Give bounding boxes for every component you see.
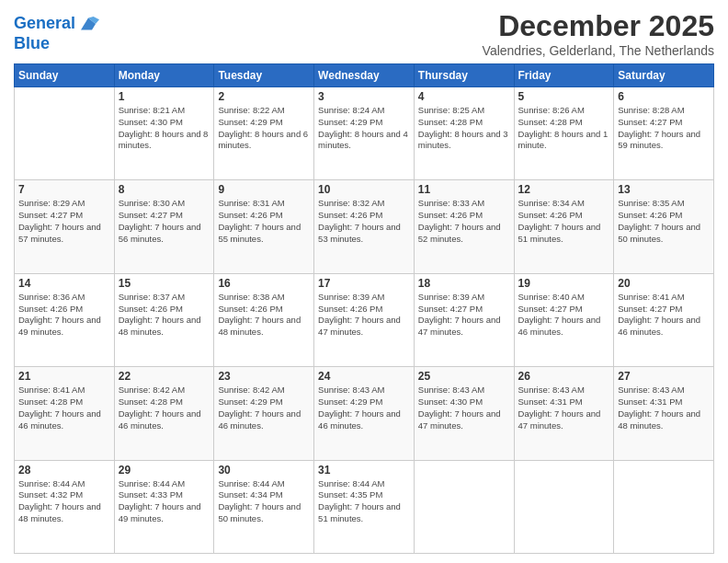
cell-info: Sunrise: 8:35 AMSunset: 4:26 PMDaylight:…: [618, 198, 710, 245]
logo-icon: [77, 13, 99, 35]
cell-info: Sunrise: 8:44 AMSunset: 4:35 PMDaylight:…: [318, 478, 410, 525]
table-row: [514, 460, 614, 553]
day-number: 8: [119, 183, 210, 196]
day-number: 28: [18, 464, 110, 477]
table-row: 22Sunrise: 8:42 AMSunset: 4:28 PMDayligh…: [114, 367, 214, 460]
calendar-table: Sunday Monday Tuesday Wednesday Thursday…: [14, 63, 714, 554]
day-number: 27: [618, 370, 710, 383]
subtitle: Valendries, Gelderland, The Netherlands: [483, 43, 714, 58]
day-number: 15: [119, 277, 210, 290]
table-row: [614, 460, 714, 553]
col-friday: Friday: [514, 64, 614, 87]
col-monday: Monday: [114, 64, 214, 87]
cell-info: Sunrise: 8:22 AMSunset: 4:29 PMDaylight:…: [218, 105, 310, 152]
page: General Blue December 2025 Valendries, G…: [0, 0, 728, 563]
table-row: 18Sunrise: 8:39 AMSunset: 4:27 PMDayligh…: [414, 273, 514, 366]
cell-info: Sunrise: 8:26 AMSunset: 4:28 PMDaylight:…: [518, 105, 610, 152]
calendar-week-row: 7Sunrise: 8:29 AMSunset: 4:27 PMDaylight…: [15, 180, 714, 273]
day-number: 20: [618, 277, 710, 290]
table-row: 23Sunrise: 8:42 AMSunset: 4:29 PMDayligh…: [214, 367, 314, 460]
cell-info: Sunrise: 8:43 AMSunset: 4:31 PMDaylight:…: [518, 385, 610, 431]
cell-info: Sunrise: 8:24 AMSunset: 4:29 PMDaylight:…: [318, 105, 410, 152]
col-tuesday: Tuesday: [214, 64, 314, 87]
table-row: 31Sunrise: 8:44 AMSunset: 4:35 PMDayligh…: [314, 460, 415, 553]
cell-info: Sunrise: 8:44 AMSunset: 4:34 PMDaylight:…: [218, 478, 310, 525]
cell-info: Sunrise: 8:39 AMSunset: 4:27 PMDaylight:…: [418, 292, 510, 339]
cell-info: Sunrise: 8:25 AMSunset: 4:28 PMDaylight:…: [418, 105, 510, 152]
day-number: 7: [18, 183, 110, 196]
table-row: 14Sunrise: 8:36 AMSunset: 4:26 PMDayligh…: [15, 273, 115, 366]
calendar-week-row: 28Sunrise: 8:44 AMSunset: 4:32 PMDayligh…: [15, 460, 714, 553]
day-number: 29: [119, 464, 210, 477]
day-number: 22: [119, 370, 210, 383]
table-row: 25Sunrise: 8:43 AMSunset: 4:30 PMDayligh…: [414, 367, 514, 460]
day-number: 30: [218, 464, 310, 477]
table-row: 5Sunrise: 8:26 AMSunset: 4:28 PMDaylight…: [514, 87, 614, 180]
table-row: 3Sunrise: 8:24 AMSunset: 4:29 PMDaylight…: [314, 87, 415, 180]
cell-info: Sunrise: 8:44 AMSunset: 4:32 PMDaylight:…: [18, 478, 110, 525]
day-number: 14: [18, 277, 110, 290]
day-number: 24: [318, 370, 410, 383]
day-number: 9: [218, 183, 310, 196]
cell-info: Sunrise: 8:34 AMSunset: 4:26 PMDaylight:…: [518, 198, 610, 245]
cell-info: Sunrise: 8:44 AMSunset: 4:33 PMDaylight:…: [119, 478, 210, 525]
day-number: 23: [218, 370, 310, 383]
calendar-week-row: 14Sunrise: 8:36 AMSunset: 4:26 PMDayligh…: [15, 273, 714, 366]
cell-info: Sunrise: 8:29 AMSunset: 4:27 PMDaylight:…: [18, 198, 110, 245]
cell-info: Sunrise: 8:38 AMSunset: 4:26 PMDaylight:…: [218, 292, 310, 339]
table-row: 17Sunrise: 8:39 AMSunset: 4:26 PMDayligh…: [314, 273, 415, 366]
cell-info: Sunrise: 8:41 AMSunset: 4:28 PMDaylight:…: [18, 385, 110, 431]
day-number: 31: [318, 464, 410, 477]
cell-info: Sunrise: 8:32 AMSunset: 4:26 PMDaylight:…: [318, 198, 410, 245]
day-number: 2: [218, 90, 310, 103]
table-row: 6Sunrise: 8:28 AMSunset: 4:27 PMDaylight…: [614, 87, 714, 180]
day-number: 25: [418, 370, 510, 383]
table-row: 7Sunrise: 8:29 AMSunset: 4:27 PMDaylight…: [15, 180, 115, 273]
day-number: 17: [318, 277, 410, 290]
cell-info: Sunrise: 8:42 AMSunset: 4:29 PMDaylight:…: [218, 385, 310, 431]
table-row: 8Sunrise: 8:30 AMSunset: 4:27 PMDaylight…: [114, 180, 214, 273]
table-row: 16Sunrise: 8:38 AMSunset: 4:26 PMDayligh…: [214, 273, 314, 366]
day-number: 21: [18, 370, 110, 383]
table-row: 29Sunrise: 8:44 AMSunset: 4:33 PMDayligh…: [114, 460, 214, 553]
day-number: 1: [119, 90, 210, 103]
month-title: December 2025: [483, 9, 714, 43]
table-row: 10Sunrise: 8:32 AMSunset: 4:26 PMDayligh…: [314, 180, 415, 273]
col-sunday: Sunday: [15, 64, 115, 87]
day-number: 19: [518, 277, 610, 290]
day-number: 3: [318, 90, 410, 103]
table-row: 2Sunrise: 8:22 AMSunset: 4:29 PMDaylight…: [214, 87, 314, 180]
table-row: 24Sunrise: 8:43 AMSunset: 4:29 PMDayligh…: [314, 367, 415, 460]
table-row: 15Sunrise: 8:37 AMSunset: 4:26 PMDayligh…: [114, 273, 214, 366]
day-number: 26: [518, 370, 610, 383]
logo-text: General: [14, 15, 75, 33]
cell-info: Sunrise: 8:43 AMSunset: 4:29 PMDaylight:…: [318, 385, 410, 431]
day-number: 18: [418, 277, 510, 290]
cell-info: Sunrise: 8:37 AMSunset: 4:26 PMDaylight:…: [119, 292, 210, 339]
table-row: 30Sunrise: 8:44 AMSunset: 4:34 PMDayligh…: [214, 460, 314, 553]
table-row: [15, 87, 115, 180]
day-number: 6: [618, 90, 710, 103]
cell-info: Sunrise: 8:36 AMSunset: 4:26 PMDaylight:…: [18, 292, 110, 339]
day-number: 10: [318, 183, 410, 196]
cell-info: Sunrise: 8:41 AMSunset: 4:27 PMDaylight:…: [618, 292, 710, 339]
cell-info: Sunrise: 8:40 AMSunset: 4:27 PMDaylight:…: [518, 292, 610, 339]
calendar-week-row: 1Sunrise: 8:21 AMSunset: 4:30 PMDaylight…: [15, 87, 714, 180]
table-row: 21Sunrise: 8:41 AMSunset: 4:28 PMDayligh…: [15, 367, 115, 460]
logo: General Blue: [14, 13, 99, 53]
table-row: 12Sunrise: 8:34 AMSunset: 4:26 PMDayligh…: [514, 180, 614, 273]
table-row: [414, 460, 514, 553]
col-thursday: Thursday: [414, 64, 514, 87]
table-row: 11Sunrise: 8:33 AMSunset: 4:26 PMDayligh…: [414, 180, 514, 273]
cell-info: Sunrise: 8:28 AMSunset: 4:27 PMDaylight:…: [618, 105, 710, 152]
day-number: 5: [518, 90, 610, 103]
day-number: 4: [418, 90, 510, 103]
cell-info: Sunrise: 8:31 AMSunset: 4:26 PMDaylight:…: [218, 198, 310, 245]
calendar-header-row: Sunday Monday Tuesday Wednesday Thursday…: [15, 64, 714, 87]
cell-info: Sunrise: 8:33 AMSunset: 4:26 PMDaylight:…: [418, 198, 510, 245]
cell-info: Sunrise: 8:21 AMSunset: 4:30 PMDaylight:…: [119, 105, 210, 152]
cell-info: Sunrise: 8:42 AMSunset: 4:28 PMDaylight:…: [119, 385, 210, 431]
day-number: 11: [418, 183, 510, 196]
col-wednesday: Wednesday: [314, 64, 415, 87]
cell-info: Sunrise: 8:39 AMSunset: 4:26 PMDaylight:…: [318, 292, 410, 339]
